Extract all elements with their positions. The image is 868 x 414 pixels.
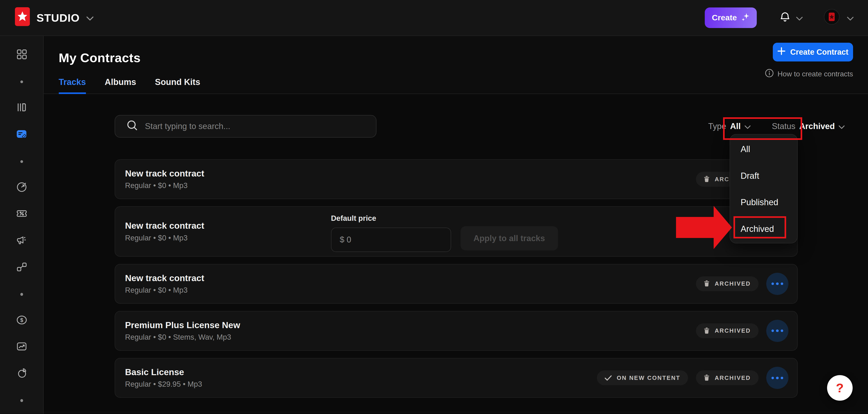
status-badge-label: ARCHIVED <box>715 375 751 381</box>
type-filter-label: Type <box>708 122 726 131</box>
contract-row[interactable]: New track contract Regular • $0 • Mp3 AR… <box>115 264 798 304</box>
sidebar-item-contracts[interactable] <box>0 122 43 149</box>
trash-icon <box>704 373 710 383</box>
sidebar-item-dashboard[interactable] <box>0 42 43 69</box>
on-new-content-label: ON NEW CONTENT <box>617 375 680 381</box>
sidebar: $ <box>0 36 44 414</box>
dot-separator <box>20 81 23 83</box>
create-button[interactable]: Create <box>705 7 757 28</box>
sidebar-item-marketing[interactable] <box>0 228 43 255</box>
status-option-all[interactable]: All <box>730 136 797 163</box>
header-actions: Create Contract How to create contracts <box>765 43 853 79</box>
status-badge-label: ARCHIVED <box>715 327 751 334</box>
dot-separator <box>20 293 23 295</box>
contract-subtitle: Regular • $0 • Stems, Wav, Mp3 <box>125 333 331 342</box>
toolbar: Type All Status Archived <box>115 115 841 138</box>
apply-to-all-tracks-button[interactable]: Apply to all tracks <box>461 226 558 251</box>
type-filter-value: All <box>730 122 741 131</box>
page-title: My Contracts <box>59 51 853 65</box>
search-icon <box>127 120 138 133</box>
plus-icon <box>778 47 785 57</box>
create-contract-button[interactable]: Create Contract <box>773 43 853 61</box>
contract-row[interactable]: New track contract Regular • $0 • Mp3 AR… <box>115 159 798 199</box>
sidebar-item-stats[interactable] <box>0 334 43 361</box>
status-badge: ARCHIVED <box>696 323 758 338</box>
tab-sound-kits[interactable]: Sound Kits <box>155 77 200 94</box>
dashboard-grid-icon <box>16 48 28 62</box>
dot-separator <box>20 160 23 163</box>
notifications-menu[interactable] <box>779 10 803 25</box>
tab-tracks[interactable]: Tracks <box>59 77 86 94</box>
sidebar-item-payments[interactable]: $ <box>0 308 43 334</box>
main-header: My Contracts Create Contract How to crea… <box>44 36 868 65</box>
contract-subtitle: Regular • $0 • Mp3 <box>125 234 331 242</box>
sidebar-separator <box>0 148 43 175</box>
analytics-pie-icon <box>16 367 28 381</box>
contract-actions: ARCHIVED <box>696 273 788 295</box>
tab-albums[interactable]: Albums <box>105 77 136 94</box>
contract-subtitle: Regular • $29.95 • Mp3 <box>125 380 331 388</box>
contract-row[interactable]: New track contract Regular • $0 • Mp3 De… <box>115 206 798 257</box>
library-bars-icon <box>16 101 28 116</box>
status-filter-value: Archived <box>799 122 835 131</box>
contract-row[interactable]: Basic License Regular • $29.95 • Mp3 ON … <box>115 358 798 398</box>
more-options-button[interactable] <box>766 367 788 389</box>
how-to-label: How to create contracts <box>778 70 853 78</box>
contract-subtitle: Regular • $0 • Mp3 <box>125 286 331 294</box>
contract-info: New track contract Regular • $0 • Mp3 <box>125 273 331 294</box>
search-box <box>115 115 376 138</box>
brand-title: STUDIO <box>37 11 80 24</box>
contract-title: Basic License <box>125 367 331 377</box>
chevron-down-icon <box>745 122 751 131</box>
status-badge: ARCHIVED <box>696 371 758 385</box>
contracts-icon <box>15 128 28 142</box>
payments-dollar-icon: $ <box>16 314 28 328</box>
chevron-down-icon[interactable] <box>86 13 94 23</box>
dot-separator <box>20 399 23 402</box>
sidebar-item-analytics[interactable] <box>0 361 43 387</box>
default-price-label: Default price <box>331 214 451 223</box>
sidebar-separator <box>0 281 43 308</box>
beatstars-logo <box>15 7 30 28</box>
more-options-button[interactable] <box>766 273 788 295</box>
tabs: Tracks Albums Sound Kits <box>44 77 868 94</box>
trash-icon <box>704 326 710 336</box>
contract-subtitle: Regular • $0 • Mp3 <box>125 181 331 190</box>
sidebar-item-library[interactable] <box>0 95 43 122</box>
promo-ticket-icon <box>16 208 28 222</box>
insights-gauge-icon <box>16 181 28 195</box>
contract-actions: ON NEW CONTENT ARCHIVED <box>597 367 788 389</box>
status-option-archived[interactable]: Archived <box>730 216 797 242</box>
stats-chart-icon <box>16 340 28 355</box>
sidebar-item-connections[interactable] <box>0 254 43 281</box>
sparkle-icon <box>741 13 750 23</box>
sidebar-separator <box>0 387 43 414</box>
status-option-published[interactable]: Published <box>730 189 797 216</box>
sidebar-separator <box>0 69 43 95</box>
chevron-down-icon <box>839 122 845 131</box>
create-button-label: Create <box>712 13 737 22</box>
trash-icon <box>704 174 710 184</box>
contract-row[interactable]: Premium Plus License New Regular • $0 • … <box>115 311 798 351</box>
sidebar-item-promotions[interactable] <box>0 201 43 228</box>
account-menu[interactable] <box>824 9 854 27</box>
svg-text:$: $ <box>20 317 23 323</box>
how-to-link[interactable]: How to create contracts <box>765 69 853 79</box>
status-option-draft[interactable]: Draft <box>730 162 797 189</box>
notifications-bell-icon <box>779 10 791 25</box>
brand[interactable]: STUDIO <box>15 7 94 28</box>
status-badge: ARCHIVED <box>696 276 758 291</box>
default-price-input[interactable] <box>331 228 451 252</box>
status-filter-label: Status <box>772 122 796 131</box>
more-options-button[interactable] <box>766 320 788 342</box>
search-input[interactable] <box>145 122 376 131</box>
contract-title: New track contract <box>125 168 331 179</box>
trash-icon <box>704 279 710 289</box>
check-icon <box>604 373 612 383</box>
marketing-megaphone-icon <box>16 234 28 248</box>
studio-app: STUDIO Create <box>0 0 868 414</box>
help-button[interactable]: ? <box>827 375 852 401</box>
sidebar-item-insights[interactable] <box>0 175 43 201</box>
info-icon <box>765 69 774 79</box>
contract-info: Premium Plus License New Regular • $0 • … <box>125 320 331 342</box>
